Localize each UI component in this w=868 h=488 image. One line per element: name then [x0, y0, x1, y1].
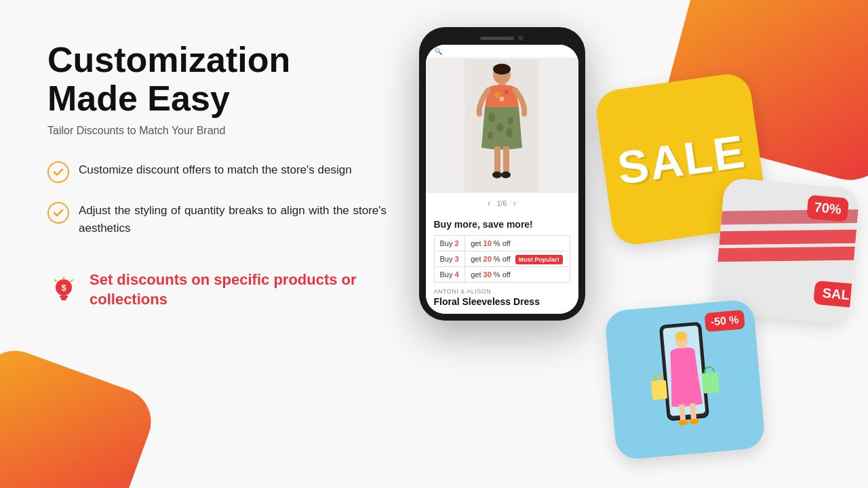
highlight-item: $ Set discounts on specific products or …	[47, 270, 387, 309]
phone-speaker	[480, 37, 514, 40]
image-nav: ‹ 1/6 ›	[426, 193, 578, 214]
discount-pct-1: 10	[484, 239, 492, 247]
dress-figure-svg	[465, 60, 539, 192]
table-row: Buy 4 get 30 % off	[434, 267, 570, 283]
feature-text-2: Adjust the styling of quantity breaks to…	[79, 202, 387, 237]
sale-cards-container: SALE 70% SAL	[597, 75, 854, 454]
svg-point-15	[508, 117, 513, 125]
svg-point-14	[488, 113, 495, 122]
next-arrow[interactable]: ›	[513, 199, 516, 208]
phone-panel: 🔍	[407, 34, 597, 321]
svg-rect-35	[701, 371, 719, 393]
buy-more-title: Buy more, save more!	[434, 219, 570, 230]
product-brand: Antoni & Alison	[434, 288, 570, 295]
svg-point-22	[501, 171, 511, 178]
svg-point-9	[493, 64, 511, 75]
phone-notch	[426, 35, 578, 41]
phone-camera	[518, 35, 524, 41]
svg-point-18	[506, 128, 513, 138]
discount-3: get 30 % off	[465, 267, 570, 283]
qty-num-3: 4	[455, 270, 459, 279]
minus50-badge: -50 %	[705, 310, 745, 332]
zoom-icon: 🔍	[434, 47, 442, 55]
right-panel: SALE 70% SAL	[597, 34, 854, 454]
page-title: Customization Made Easy	[47, 41, 387, 118]
discount-2: get 20 % off Most Popular!	[465, 251, 570, 267]
qty-label-3: Buy 4	[434, 267, 465, 283]
quantity-table: Buy 2 get 10 % off Buy 3 get 20 % off Mo…	[434, 235, 570, 283]
svg-point-17	[488, 131, 493, 140]
left-panel: Customization Made Easy Tailor Discounts…	[47, 34, 387, 310]
nav-counter: 1/6	[497, 200, 507, 207]
svg-text:$: $	[61, 283, 66, 293]
product-figure	[426, 58, 578, 193]
highlight-text: Set discounts on specific products or co…	[90, 270, 387, 309]
svg-point-11	[494, 92, 500, 98]
lightbulb-icon: $	[47, 274, 80, 306]
popular-badge: Most Popular!	[515, 255, 563, 264]
qty-label-1: Buy 2	[434, 236, 465, 251]
phone-mockup: 🔍	[419, 27, 585, 321]
discount-1: get 10 % off	[465, 236, 570, 251]
discount-pct-3: 30	[484, 270, 492, 279]
svg-point-21	[492, 171, 502, 178]
svg-point-12	[505, 90, 509, 94]
sal-badge: SAL	[813, 281, 859, 308]
svg-point-16	[496, 123, 503, 132]
pct-badge-70: 70%	[806, 195, 849, 222]
svg-rect-19	[494, 146, 500, 174]
content-wrapper: Customization Made Easy Tailor Discounts…	[0, 0, 868, 488]
svg-rect-20	[503, 146, 509, 174]
product-details: Buy more, save more! Buy 2 get 10 % off …	[426, 214, 578, 314]
check-icon-1	[47, 161, 69, 183]
shopping-girl-svg	[632, 313, 738, 446]
prev-arrow[interactable]: ‹	[488, 199, 490, 208]
svg-line-5	[55, 280, 56, 281]
qty-num-2: 3	[455, 255, 459, 263]
page-subtitle: Tailor Discounts to Match Your Brand	[47, 125, 387, 137]
table-row: Buy 3 get 20 % off Most Popular!	[434, 251, 570, 267]
feature-item-1: Customize discount offers to match the s…	[47, 161, 387, 183]
svg-rect-34	[651, 380, 667, 400]
svg-rect-1	[60, 296, 68, 298]
phone-status-bar: 🔍	[426, 45, 578, 58]
svg-rect-2	[61, 298, 66, 300]
product-name: Floral Sleeveless Dress	[434, 296, 570, 307]
discount-pct-2: 20	[484, 255, 492, 263]
product-image-area	[426, 58, 578, 193]
feature-text-1: Customize discount offers to match the s…	[79, 161, 352, 179]
qty-num-1: 2	[455, 239, 459, 247]
feature-item-2: Adjust the styling of quantity breaks to…	[47, 202, 387, 237]
check-icon-2	[47, 202, 69, 224]
phone-screen: 🔍	[426, 45, 578, 314]
svg-line-4	[71, 280, 73, 281]
table-row: Buy 2 get 10 % off	[434, 236, 570, 251]
sale-card-shopping: -50 %	[604, 299, 766, 460]
svg-point-13	[500, 96, 505, 101]
qty-label-2: Buy 3	[434, 251, 465, 267]
